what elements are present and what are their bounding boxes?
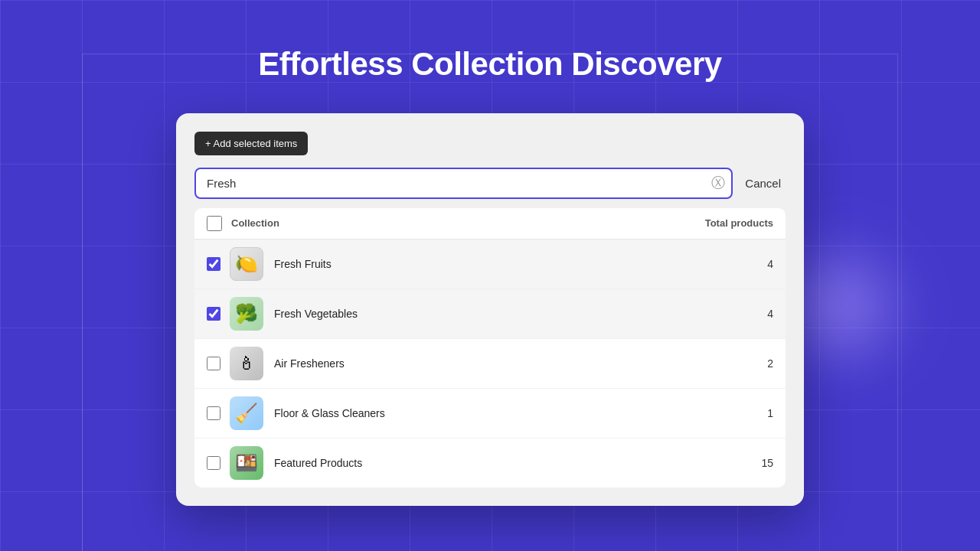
- search-box: Ⓧ: [194, 168, 733, 199]
- row-count-2: 4: [767, 308, 773, 320]
- search-row: Ⓧ Cancel: [194, 168, 786, 199]
- collection-image-1: 🍋: [230, 247, 263, 281]
- row-checkbox-2[interactable]: [207, 307, 220, 321]
- modal-card: + Add selected items Ⓧ Cancel Collection…: [176, 113, 804, 506]
- collection-image-3: 🕯: [230, 347, 263, 380]
- table-row: 🍋 Fresh Fruits 4: [194, 240, 786, 289]
- row-name-1: Fresh Fruits: [274, 258, 767, 270]
- table-row: 🧹 Floor & Glass Cleaners 1: [194, 389, 786, 439]
- row-count-5: 15: [761, 457, 773, 469]
- row-name-4: Floor & Glass Cleaners: [274, 407, 767, 419]
- column-header-collection: Collection: [231, 217, 705, 229]
- row-checkbox-1[interactable]: [207, 257, 220, 271]
- row-name-2: Fresh Vegetables: [274, 308, 767, 320]
- row-checkbox-4[interactable]: [207, 406, 220, 420]
- row-count-4: 1: [767, 407, 773, 419]
- row-name-5: Featured Products: [274, 457, 761, 469]
- select-all-checkbox[interactable]: [207, 216, 222, 231]
- row-name-3: Air Fresheners: [274, 357, 767, 370]
- column-header-total: Total products: [705, 217, 773, 229]
- table-row: 🕯 Air Fresheners 2: [194, 339, 786, 389]
- cancel-button[interactable]: Cancel: [740, 177, 786, 190]
- row-count-1: 4: [767, 258, 773, 270]
- search-clear-icon[interactable]: Ⓧ: [711, 176, 725, 190]
- collection-table: Collection Total products 🍋 Fresh Fruits…: [194, 208, 786, 487]
- search-input[interactable]: [194, 168, 733, 199]
- collection-image-2: 🥦: [230, 297, 263, 331]
- collection-image-4: 🧹: [230, 396, 263, 430]
- background: Effortless Collection Discovery + Add se…: [0, 0, 980, 551]
- table-header: Collection Total products: [194, 208, 786, 240]
- row-checkbox-3[interactable]: [207, 357, 220, 370]
- table-row: 🥦 Fresh Vegetables 4: [194, 289, 786, 339]
- page-title: Effortless Collection Discovery: [258, 46, 721, 83]
- add-selected-button[interactable]: + Add selected items: [194, 132, 308, 155]
- table-row: 🍱 Featured Products 15: [194, 439, 786, 487]
- collection-image-5: 🍱: [230, 446, 263, 480]
- row-count-3: 2: [767, 357, 773, 370]
- row-checkbox-5[interactable]: [207, 456, 220, 470]
